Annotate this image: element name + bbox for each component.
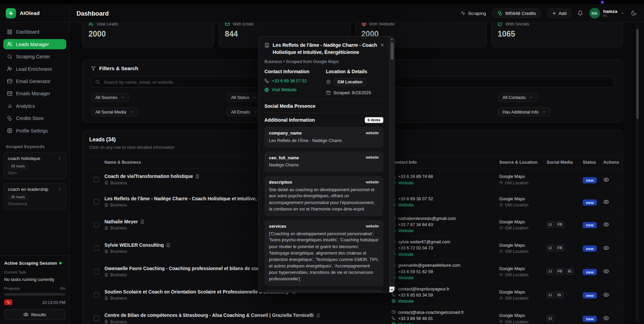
row-checkbox[interactable]: [94, 269, 99, 274]
social-badge-linkedin[interactable]: LI: [546, 245, 554, 251]
main-scrollbar[interactable]: [636, 24, 639, 322]
social-badge-facebook[interactable]: FB: [555, 221, 564, 228]
view-lead-button[interactable]: [603, 316, 623, 321]
social-badge-facebook[interactable]: FB: [555, 245, 564, 251]
col-contact-info: Contact Info: [391, 160, 499, 165]
social-badge-linkedin[interactable]: LI: [546, 221, 554, 228]
sidebar-item-dashboard[interactable]: Dashboard: [3, 27, 66, 37]
sidebar-item-analytics[interactable]: Analytics: [3, 101, 66, 111]
filter-social-media-dropdown[interactable]: All Social Media: [91, 107, 138, 117]
view-lead-button[interactable]: [603, 222, 623, 227]
chevron-down-icon: [529, 95, 533, 99]
building-icon: [105, 296, 108, 300]
lead-website-link[interactable]: Website: [391, 322, 499, 324]
status-badge: new: [583, 222, 597, 228]
lead-phone: +33 6 69 38 07 52: [391, 196, 499, 201]
avatar: HA: [589, 8, 600, 19]
search-icon: [95, 79, 100, 84]
view-lead-button[interactable]: [603, 199, 623, 205]
lead-location: GM Location: [499, 225, 547, 230]
gm-location-button[interactable]: GM Location: [333, 78, 366, 86]
filter-contacts-dropdown[interactable]: All Contacts: [498, 93, 538, 102]
lead-name: Centre de Bilan de compétences à Strasbo…: [105, 313, 314, 318]
building-icon: [105, 273, 108, 277]
social-badge-linkedin[interactable]: LI: [546, 315, 554, 321]
sidebar-item-leads-manager[interactable]: Leads Manager: [3, 39, 66, 49]
brand-name: AIOlead: [20, 10, 40, 16]
scroll-up-arrow-icon[interactable]: ▲: [390, 37, 393, 42]
theme-toggle-button[interactable]: [631, 10, 637, 16]
row-checkbox[interactable]: [94, 292, 99, 298]
modal-phone-link[interactable]: +33 6 69 38 07 52: [272, 78, 307, 83]
info-value: Site dédié au coaching en développement …: [269, 186, 379, 212]
lead-phone: +33 6 59 51 62 59: [391, 269, 499, 274]
sidebar: AIOlead Dashboard Leads Manager Scraping…: [0, 4, 70, 324]
phone-icon: [391, 316, 395, 320]
sidebar-item-emails-manager[interactable]: Emails Manager: [3, 88, 66, 99]
user-menu[interactable]: HA hamza #1: [589, 8, 625, 19]
filter-sources-dropdown[interactable]: All Sources: [91, 93, 129, 102]
additional-info-item: ceo_full_namewebsite Nadège Charre: [264, 151, 383, 172]
social-badge-facebook[interactable]: FB: [555, 268, 564, 275]
add-button[interactable]: Add: [548, 8, 571, 18]
lead-website-link[interactable]: Website: [391, 275, 499, 280]
lead-name: Gwenaelle Favre Coaching - Coaching prof…: [105, 266, 282, 271]
view-lead-button[interactable]: [603, 292, 623, 298]
plus-icon: [552, 11, 556, 15]
social-badge-instagram[interactable]: IG: [555, 291, 563, 298]
sidebar-item-lead-enrichment[interactable]: Lead Enrichment: [3, 64, 66, 74]
credits-badge[interactable]: 995848 Credits: [492, 8, 541, 18]
col-social-media: Social Media: [546, 160, 583, 165]
lead-website-link[interactable]: Website: [391, 180, 499, 185]
sidebar-item-label: Analytics: [16, 103, 35, 108]
lead-row[interactable]: Centre de Bilan de compétences à Strasbo…: [83, 307, 623, 324]
building-icon: [166, 243, 170, 247]
filter-status-dropdown[interactable]: All Status: [227, 93, 261, 102]
keyword-card[interactable]: coach holistique 68 leads Dijon: [3, 152, 66, 179]
view-lead-button[interactable]: [603, 268, 623, 274]
additional-info-item: missionwebsite Contribuer à l'éveil des …: [264, 290, 383, 292]
lead-website-link[interactable]: Website: [391, 299, 499, 304]
modal-scrollbar[interactable]: ▲ ▼: [389, 37, 394, 292]
modal-visit-website-link[interactable]: Visit Website: [272, 87, 297, 92]
info-key: description: [269, 180, 292, 185]
keyword-card[interactable]: coach en leadership 96 leads Strasbourg: [3, 183, 66, 210]
divider: [264, 113, 383, 113]
sidebar-item-label: Scraping Center: [16, 54, 50, 59]
view-lead-button[interactable]: [603, 245, 623, 251]
lead-website-link[interactable]: Website: [391, 251, 499, 257]
modal-close-button[interactable]: [380, 42, 384, 49]
activity-icon: [461, 11, 466, 16]
user-rank: #1: [603, 14, 618, 18]
lead-website-link[interactable]: Website: [391, 202, 499, 207]
sidebar-item-profile-settings[interactable]: Profile Settings: [3, 125, 66, 136]
info-source-tag: website: [366, 180, 379, 184]
session-time: 10:13:03 PM: [42, 300, 65, 304]
social-badge-instagram[interactable]: IG: [566, 268, 574, 275]
results-button[interactable]: Results: [4, 309, 65, 320]
lead-website-link[interactable]: Website: [391, 228, 499, 233]
info-key: ceo_full_name: [269, 155, 299, 160]
filter-emails-dropdown[interactable]: All Emails: [227, 107, 262, 117]
view-lead-button[interactable]: [603, 177, 623, 182]
sidebar-item-scraping-center[interactable]: Scraping Center: [3, 52, 66, 62]
map-pin-icon: [499, 226, 503, 230]
notifications-button[interactable]: [577, 10, 583, 16]
scraping-status[interactable]: Scraping: [461, 11, 486, 16]
row-checkbox[interactable]: [94, 199, 99, 204]
social-badge-linkedin[interactable]: LI: [546, 268, 554, 275]
filter-additional-info-dropdown[interactable]: Has Additional Info: [498, 107, 551, 117]
lead-name: Coach de vie/Transformation holistique: [105, 174, 193, 179]
social-badge-linkedin[interactable]: LI: [546, 291, 554, 298]
info-value: ['Coaching en développement personnel pe…: [269, 230, 379, 282]
sidebar-item-credits-store[interactable]: Credits Store: [3, 113, 66, 123]
location-details-heading: Location & Details: [326, 69, 383, 74]
row-checkbox[interactable]: [94, 245, 99, 251]
sidebar-item-label: Emails Manager: [16, 91, 50, 96]
row-checkbox[interactable]: [94, 222, 99, 227]
sidebar-item-email-generator[interactable]: Email Generator: [3, 76, 66, 86]
row-checkbox[interactable]: [94, 177, 99, 182]
modal-scrollbar-thumb[interactable]: [390, 42, 393, 60]
main-scrollbar-thumb[interactable]: [636, 29, 639, 119]
row-checkbox[interactable]: [94, 316, 99, 321]
